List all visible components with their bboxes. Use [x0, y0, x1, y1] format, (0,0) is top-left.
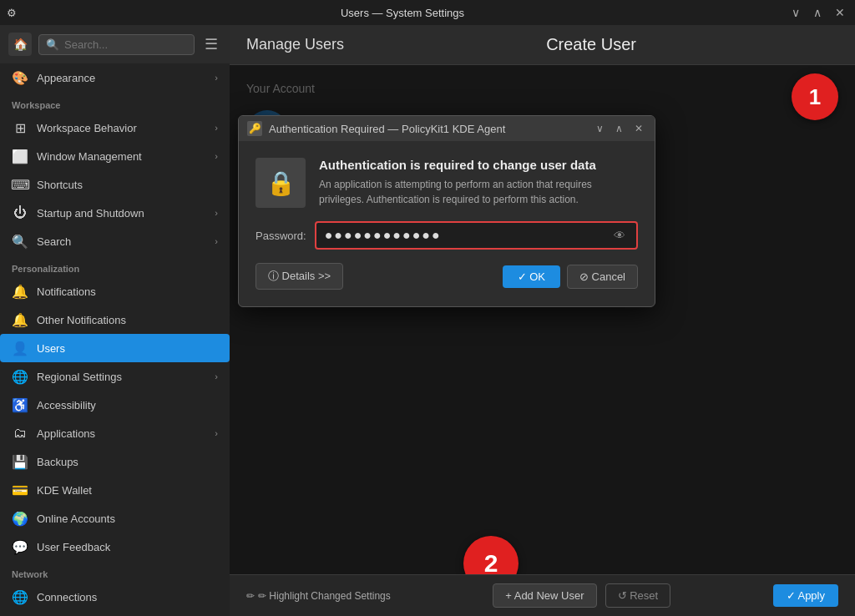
sidebar-item-label: Workspace Behavior: [37, 122, 137, 134]
close-button[interactable]: ✕: [832, 4, 848, 21]
chevron-right-icon: ›: [215, 73, 218, 83]
sidebar-item-startup-shutdown[interactable]: ⏻ Startup and Shutdown ›: [0, 199, 230, 227]
add-new-user-button[interactable]: + Add New User: [493, 583, 596, 608]
appearance-icon: 🎨: [12, 69, 28, 86]
notifications-icon: 🔔: [12, 283, 28, 300]
sidebar-item-label: Shortcuts: [37, 179, 83, 191]
title-bar: ⚙ Users — System Settings ∨ ∧ ✕: [0, 0, 855, 25]
sidebar-item-label: Regional Settings: [37, 371, 122, 383]
hamburger-icon[interactable]: ☰: [201, 32, 221, 57]
sidebar-item-online-accounts[interactable]: 🌍 Online Accounts: [0, 504, 230, 533]
workspace-section-label: Workspace: [0, 92, 230, 114]
chevron-right-icon: ›: [215, 428, 218, 438]
reset-button[interactable]: ↺ Reset: [605, 583, 671, 608]
sidebar-item-connections[interactable]: 🌐 Connections: [0, 583, 230, 611]
sidebar-item-applications[interactable]: 🗂 Applications ›: [0, 419, 230, 447]
sidebar-item-label: Applications: [37, 427, 95, 440]
modal-overlay: 🔑 Authentication Required — PolicyKit1 K…: [230, 65, 855, 574]
auth-minimize-button[interactable]: ∨: [593, 122, 607, 135]
bottom-bar: ✏ ✏ Highlight Changed Settings + Add New…: [230, 574, 855, 616]
sidebar-top: 🏠 🔍 ☰: [0, 25, 230, 63]
sidebar: 🏠 🔍 ☰ 🎨 Appearance › Workspace ⊞ Workspa…: [0, 25, 230, 616]
sidebar-item-kde-wallet[interactable]: 💳 KDE Wallet: [0, 476, 230, 504]
auth-buttons: ⓘ Details >> ✓ OK ⊘ Cancel: [255, 263, 638, 290]
title-bar-left: ⚙: [7, 7, 17, 19]
highlight-label: ✏ Highlight Changed Settings: [258, 590, 391, 602]
main-header: Manage Users Create User: [230, 25, 855, 65]
sidebar-item-users[interactable]: 👤 Users: [0, 334, 230, 362]
app-body: 🏠 🔍 ☰ 🎨 Appearance › Workspace ⊞ Workspa…: [0, 25, 855, 616]
user-feedback-icon: 💬: [12, 538, 28, 555]
auth-header-text: Authentication is required to change use…: [319, 158, 638, 208]
toggle-password-icon[interactable]: 👁: [614, 229, 628, 242]
sidebar-item-label: Notifications: [37, 285, 96, 298]
regional-settings-icon: 🌐: [12, 368, 28, 385]
app-icon: ⚙: [7, 7, 17, 19]
auth-dialog-title: Authentication Required — PolicyKit1 KDE…: [269, 123, 586, 135]
kde-wallet-icon: 💳: [12, 482, 28, 498]
sidebar-item-regional-settings[interactable]: 🌐 Regional Settings ›: [0, 362, 230, 391]
chevron-right-icon: ›: [215, 208, 218, 218]
sidebar-item-label: Search: [37, 235, 71, 248]
annotation-1: 1: [792, 73, 838, 120]
sidebar-item-backups[interactable]: 💾 Backups: [0, 447, 230, 476]
window-management-icon: ⬜: [12, 148, 28, 164]
auth-password-row: Password: ●●●●●●●●●●●● 👁: [255, 221, 638, 250]
sidebar-item-notifications[interactable]: 🔔 Notifications: [0, 277, 230, 305]
sidebar-item-label: Other Notifications: [37, 314, 126, 326]
sidebar-item-label: Window Management: [37, 150, 142, 163]
auth-dialog-titlebar: 🔑 Authentication Required — PolicyKit1 K…: [239, 116, 655, 141]
auth-password-field[interactable]: ●●●●●●●●●●●● 👁: [315, 221, 638, 250]
sidebar-item-shortcuts[interactable]: ⌨ Shortcuts: [0, 170, 230, 199]
auth-maximize-button[interactable]: ∧: [612, 122, 626, 135]
personalization-section-label: Personalization: [0, 255, 230, 277]
network-section-label: Network: [0, 561, 230, 583]
applications-icon: 🗂: [12, 425, 28, 442]
sidebar-item-label: Users: [37, 342, 65, 355]
sidebar-item-other-notifications[interactable]: 🔔 Other Notifications: [0, 305, 230, 334]
sidebar-item-label: User Feedback: [37, 541, 110, 553]
chevron-right-icon: ›: [215, 371, 218, 381]
ok-button[interactable]: ✓ OK: [503, 265, 560, 288]
sidebar-item-label: Appearance: [37, 72, 95, 84]
sidebar-item-label: Backups: [37, 456, 78, 468]
apply-button[interactable]: ✓ Apply: [773, 584, 838, 607]
maximize-button[interactable]: ∧: [810, 4, 825, 21]
auth-password-label: Password:: [255, 230, 306, 242]
sidebar-item-user-feedback[interactable]: 💬 User Feedback: [0, 533, 230, 561]
sidebar-item-window-management[interactable]: ⬜ Window Management ›: [0, 142, 230, 170]
chevron-right-icon: ›: [215, 236, 218, 246]
main-body: Your Account 🐦 Linuxiac linuxiac Name: U…: [230, 65, 855, 574]
home-button[interactable]: 🏠: [8, 33, 32, 56]
workspace-behavior-icon: ⊞: [12, 119, 28, 136]
cancel-button[interactable]: ⊘ Cancel: [567, 265, 638, 289]
auth-password-dots: ●●●●●●●●●●●●: [325, 228, 442, 243]
auth-dialog-body: 🔒 Authentication is required to change u…: [239, 141, 655, 306]
sidebar-item-appearance[interactable]: 🎨 Appearance ›: [0, 63, 230, 92]
sidebar-item-workspace-behavior[interactable]: ⊞ Workspace Behavior ›: [0, 114, 230, 142]
highlight-changed-button[interactable]: ✏ ✏ Highlight Changed Settings: [246, 590, 391, 602]
search-sidebar-icon: 🔍: [12, 233, 28, 250]
auth-description: An application is attempting to perform …: [319, 177, 638, 207]
manage-users-title: Manage Users: [246, 36, 344, 53]
details-button[interactable]: ⓘ Details >>: [255, 263, 343, 290]
search-input[interactable]: [64, 38, 187, 51]
connections-icon: 🌐: [12, 588, 28, 605]
auth-title: Authentication is required to change use…: [319, 158, 638, 172]
backups-icon: 💾: [12, 453, 28, 470]
window-title: Users — System Settings: [17, 7, 788, 19]
auth-dialog: 🔑 Authentication Required — PolicyKit1 K…: [238, 115, 655, 307]
create-user-title: Create User: [344, 35, 838, 54]
minimize-button[interactable]: ∨: [788, 4, 803, 21]
window-controls: ∨ ∧ ✕: [788, 4, 848, 21]
sidebar-item-label: Connections: [37, 591, 97, 603]
chevron-right-icon: ›: [215, 151, 218, 161]
search-box[interactable]: 🔍: [38, 34, 195, 55]
online-accounts-icon: 🌍: [12, 510, 28, 527]
auth-close-button[interactable]: ✕: [631, 122, 646, 135]
search-icon: 🔍: [46, 38, 59, 51]
sidebar-item-accessibility[interactable]: ♿ Accessibility: [0, 391, 230, 419]
shortcuts-icon: ⌨: [12, 176, 28, 193]
sidebar-item-label: Startup and Shutdown: [37, 207, 144, 220]
sidebar-item-search[interactable]: 🔍 Search ›: [0, 227, 230, 255]
